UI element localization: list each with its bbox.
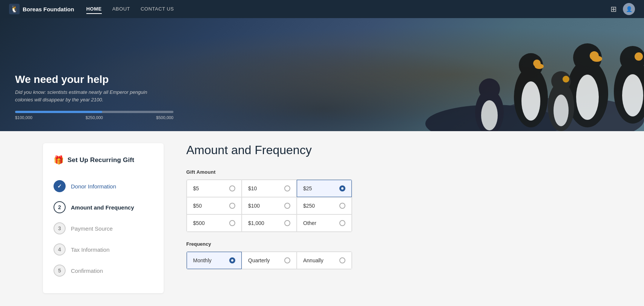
amount-1000[interactable]: $1,000 xyxy=(242,214,297,232)
amount-5-radio xyxy=(229,185,235,191)
amount-250-radio xyxy=(339,203,345,209)
nav-right: ⊞ 👤 xyxy=(610,3,635,15)
step-list: ✓ Donor Information 2 Amount and Frequen… xyxy=(54,176,153,281)
amount-100[interactable]: $100 xyxy=(242,197,297,214)
frequency-annually-value: Annually xyxy=(303,257,324,263)
step-4-label: Tax Information xyxy=(71,246,110,253)
form-area: Amount and Frequency Gift Amount $5 $10 … xyxy=(164,143,601,269)
svg-point-6 xyxy=(592,56,602,62)
step-1-check: ✓ xyxy=(57,183,62,189)
logo-icon: 🐧 xyxy=(9,4,20,14)
amount-25-radio xyxy=(339,185,345,191)
amount-10-value: $10 xyxy=(248,185,257,191)
step-1-label: Donor Information xyxy=(71,183,116,190)
frequency-quarterly-radio xyxy=(284,257,290,263)
amount-250[interactable]: $250 xyxy=(297,197,352,214)
svg-point-15 xyxy=(635,52,643,61)
amount-1000-radio xyxy=(284,220,290,226)
gift-icon: 🎁 xyxy=(54,155,64,165)
main-content: 🎁 Set Up Recurring Gift ✓ Donor Informat… xyxy=(20,131,624,305)
amount-500[interactable]: $500 xyxy=(187,214,242,232)
stepper-header: 🎁 Set Up Recurring Gift xyxy=(54,155,153,165)
progress-bar-track xyxy=(15,111,173,113)
amount-50[interactable]: $50 xyxy=(187,197,242,214)
amount-50-value: $50 xyxy=(193,203,202,209)
amount-100-radio xyxy=(284,203,290,209)
amount-5[interactable]: $5 xyxy=(187,180,242,197)
step-3-circle: 3 xyxy=(54,222,66,234)
amount-other-radio xyxy=(339,220,345,226)
hero-title: We need your help xyxy=(15,73,629,86)
amount-25[interactable]: $25 xyxy=(297,180,352,197)
frequency-quarterly-value: Quarterly xyxy=(248,257,270,263)
amount-50-radio xyxy=(229,203,235,209)
frequency-quarterly[interactable]: Quarterly xyxy=(242,252,297,269)
progress-label-mid: $250,000 xyxy=(68,115,121,120)
frequency-annually[interactable]: Annually xyxy=(297,252,352,269)
svg-point-11 xyxy=(535,64,544,69)
nav-links: HOME ABOUT CONTACT US xyxy=(86,5,610,14)
progress-label-min: $100,000 xyxy=(15,115,68,120)
stepper-title: Set Up Recurring Gift xyxy=(67,156,134,164)
step-amount-frequency[interactable]: 2 Amount and Frequency xyxy=(54,197,153,218)
step-3-label: Payment Source xyxy=(71,225,113,232)
step-5-number: 5 xyxy=(58,268,61,274)
frequency-annually-radio xyxy=(339,257,345,263)
logo-text: Boreas Foundation xyxy=(23,6,74,12)
user-avatar[interactable]: 👤 xyxy=(623,3,635,15)
step-1-circle: ✓ xyxy=(54,180,66,192)
amount-500-radio xyxy=(229,220,235,226)
hero-content: We need your help Did you know: scientis… xyxy=(15,73,629,120)
amount-10[interactable]: $10 xyxy=(242,180,297,197)
progress-label-max: $500,000 xyxy=(121,115,173,120)
frequency-monthly[interactable]: Monthly xyxy=(187,252,242,269)
amount-1000-value: $1,000 xyxy=(248,220,264,226)
step-tax-information[interactable]: 4 Tax Information xyxy=(54,239,153,260)
form-title: Amount and Frequency xyxy=(186,143,601,157)
progress-section: $100,000 $250,000 $500,000 xyxy=(15,111,629,120)
amount-other-value: Other xyxy=(303,220,316,226)
frequency-label: Frequency xyxy=(186,241,601,247)
amount-250-value: $250 xyxy=(303,203,315,209)
amount-other[interactable]: Other xyxy=(297,214,352,232)
frequency-monthly-radio xyxy=(229,257,235,263)
progress-labels: $100,000 $250,000 $500,000 xyxy=(15,115,173,120)
grid-icon[interactable]: ⊞ xyxy=(610,5,617,14)
nav-contact[interactable]: CONTACT US xyxy=(141,5,174,14)
amount-100-value: $100 xyxy=(248,203,260,209)
progress-bar-fill xyxy=(15,111,102,113)
nav-home[interactable]: HOME xyxy=(86,5,102,14)
nav-about[interactable]: ABOUT xyxy=(112,5,130,14)
frequency-grid: Monthly Quarterly Annually xyxy=(186,251,352,269)
amount-25-value: $25 xyxy=(303,185,312,191)
frequency-monthly-value: Monthly xyxy=(193,257,212,263)
step-5-label: Confirmation xyxy=(71,268,103,274)
amount-grid: $5 $10 $25 $50 $100 $250 xyxy=(186,179,352,232)
step-3-number: 3 xyxy=(58,225,61,231)
step-2-number: 2 xyxy=(58,204,61,210)
stepper-panel: 🎁 Set Up Recurring Gift ✓ Donor Informat… xyxy=(43,143,164,293)
amount-500-value: $500 xyxy=(193,220,205,226)
step-4-circle: 4 xyxy=(54,243,66,256)
hero-section: We need your help Did you know: scientis… xyxy=(0,18,644,131)
logo[interactable]: 🐧 Boreas Foundation xyxy=(9,4,74,14)
navbar: 🐧 Boreas Foundation HOME ABOUT CONTACT U… xyxy=(0,0,644,18)
step-payment-source[interactable]: 3 Payment Source xyxy=(54,218,153,239)
amount-5-value: $5 xyxy=(193,185,199,191)
step-5-circle: 5 xyxy=(54,265,66,277)
step-4-number: 4 xyxy=(58,246,61,252)
step-confirmation[interactable]: 5 Confirmation xyxy=(54,260,153,281)
amount-10-radio xyxy=(284,185,290,191)
step-2-label: Amount and Frequency xyxy=(71,204,134,211)
step-donor-information[interactable]: ✓ Donor Information xyxy=(54,176,153,197)
hero-subtitle: Did you know: scientists estimate nearly… xyxy=(15,89,166,103)
gift-amount-label: Gift Amount xyxy=(186,169,601,175)
step-2-circle: 2 xyxy=(54,201,66,213)
